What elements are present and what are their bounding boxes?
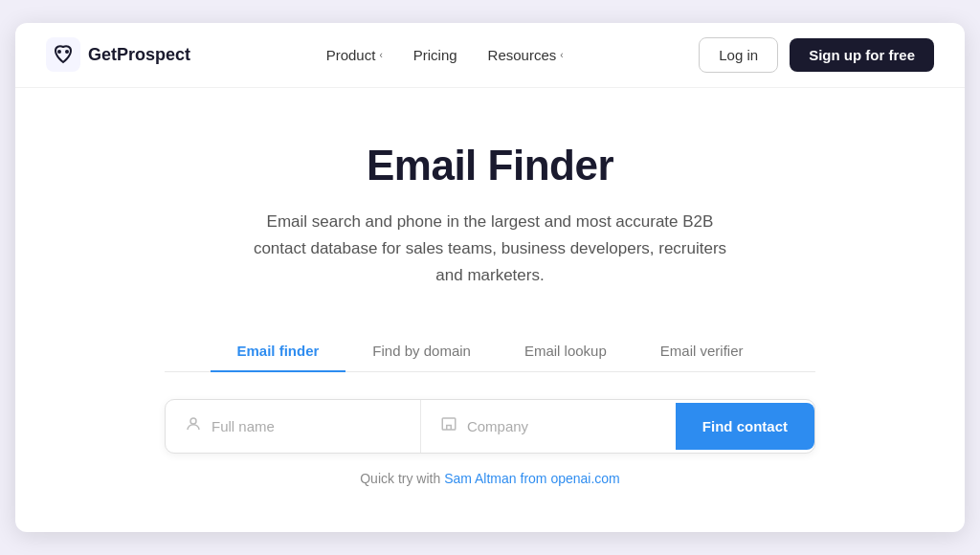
svg-point-2 xyxy=(65,50,69,54)
nav-pricing[interactable]: Pricing xyxy=(413,47,457,63)
person-icon xyxy=(185,415,202,437)
nav-resources[interactable]: Resources ‹ xyxy=(488,47,564,63)
svg-point-3 xyxy=(190,418,196,424)
tab-email-verifier[interactable]: Email verifier xyxy=(634,331,770,372)
browser-frame: GetProspect Product ‹ Pricing Resources … xyxy=(15,23,965,532)
quick-try-link[interactable]: Sam Altman from openai.com xyxy=(444,471,620,486)
login-button[interactable]: Log in xyxy=(699,37,778,73)
building-icon xyxy=(440,415,457,437)
company-input[interactable] xyxy=(467,418,657,434)
navbar: GetProspect Product ‹ Pricing Resources … xyxy=(15,23,965,88)
tabs-container: Email finder Find by domain Email lookup… xyxy=(165,331,815,372)
logo-text: GetProspect xyxy=(88,45,190,65)
find-contact-button[interactable]: Find contact xyxy=(676,403,814,450)
nav-actions: Log in Sign up for free xyxy=(699,37,934,73)
signup-button[interactable]: Sign up for free xyxy=(790,38,934,72)
nav-product[interactable]: Product ‹ xyxy=(326,47,383,63)
tab-email-finder[interactable]: Email finder xyxy=(211,331,346,372)
tab-find-by-domain[interactable]: Find by domain xyxy=(345,331,498,372)
search-bar: Find contact xyxy=(165,399,815,454)
svg-rect-4 xyxy=(442,418,456,430)
full-name-input[interactable] xyxy=(212,418,401,434)
nav-links: Product ‹ Pricing Resources ‹ xyxy=(326,47,564,63)
hero-subtitle: Email search and phone in the largest an… xyxy=(241,209,739,289)
svg-point-1 xyxy=(57,50,61,54)
tab-email-lookup[interactable]: Email lookup xyxy=(498,331,634,372)
svg-rect-0 xyxy=(46,37,80,72)
product-chevron-icon: ‹ xyxy=(379,50,382,60)
logo-icon xyxy=(46,37,80,72)
resources-chevron-icon: ‹ xyxy=(560,50,563,60)
hero-section: Email Finder Email search and phone in t… xyxy=(15,88,965,532)
full-name-field xyxy=(166,400,421,453)
logo-area: GetProspect xyxy=(46,37,190,72)
hero-title: Email Finder xyxy=(367,142,613,189)
company-field xyxy=(421,400,676,453)
quick-try-text: Quick try with Sam Altman from openai.co… xyxy=(360,471,620,486)
